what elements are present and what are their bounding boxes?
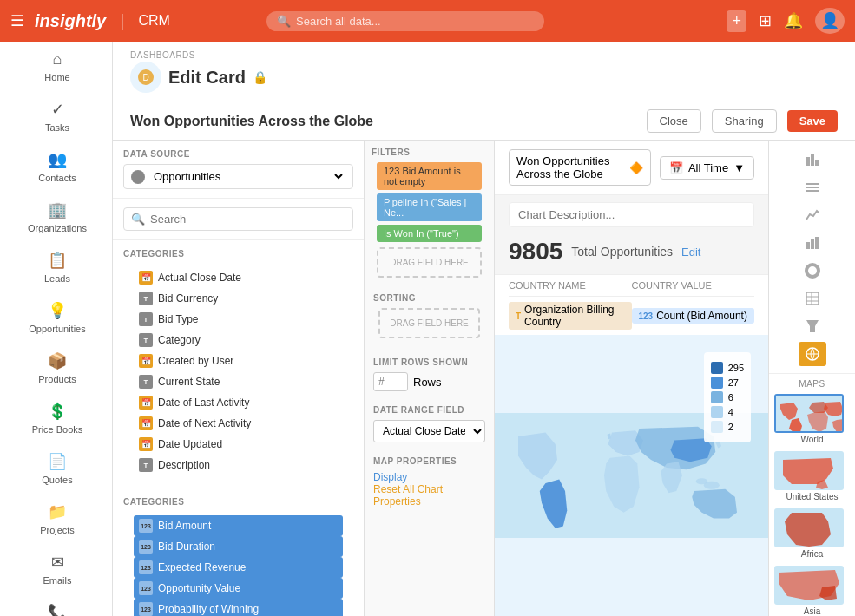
datasource-dropdown[interactable]: Opportunities [123, 164, 353, 189]
display-link[interactable]: Display [373, 471, 485, 483]
chart-type-donut[interactable] [799, 259, 826, 283]
sidebar-item-leads[interactable]: 📋 Leads [0, 242, 112, 292]
legend-item: 6 [711, 391, 744, 403]
map-thumb-us[interactable]: United States [774, 451, 850, 501]
map-thumb-asia[interactable]: Asia [774, 566, 850, 616]
cat-label: Expected Revenue [158, 561, 246, 573]
datasource-icon [131, 170, 145, 184]
bell-icon[interactable]: 🔔 [784, 11, 803, 30]
sidebar-item-phone[interactable]: 📞 Phone [0, 594, 112, 616]
projects-icon: 📁 [48, 502, 67, 521]
sidebar-item-label: Emails [43, 575, 71, 586]
emails-icon: ✉ [51, 553, 64, 572]
limit-section: LIMIT ROWS SHOWN Rows [365, 351, 494, 398]
chart-type-bar[interactable] [799, 147, 826, 172]
legend-value: 2 [728, 422, 733, 432]
list-item[interactable]: T Category [134, 330, 343, 351]
grid-icon[interactable]: ⊞ [759, 11, 772, 30]
app-logo: insightly [35, 11, 106, 31]
list-item[interactable]: 123 Probability of Winning [134, 599, 343, 616]
list-item[interactable]: 📅 Created by User [134, 351, 343, 371]
user-icon[interactable]: 👤 [815, 8, 845, 34]
sharing-button[interactable]: Sharing [712, 109, 777, 133]
date-range-label: DATE RANGE FIELD [373, 405, 485, 415]
search-input[interactable] [296, 15, 534, 28]
date-range-select[interactable]: Actual Close Date [373, 420, 485, 442]
edit-link[interactable]: Edit [681, 246, 700, 259]
menu-icon[interactable]: ☰ [10, 11, 24, 30]
chart-type-line[interactable] [799, 203, 826, 227]
datasource-select[interactable]: Opportunities [150, 169, 345, 184]
sidebar-item-projects[interactable]: 📁 Projects [0, 494, 112, 544]
num-icon: 123 [139, 519, 153, 533]
legend-color [711, 421, 723, 433]
phone-icon: 📞 [48, 603, 67, 616]
layout: ⌂ Home ✓ Tasks 👥 Contacts 🏢 Organization… [0, 42, 855, 616]
sidebar-item-contacts[interactable]: 👥 Contacts [0, 141, 112, 192]
list-item[interactable]: 123 Bid Amount [134, 515, 343, 536]
filter-chip-pipeline[interactable]: Pipeline In ("Sales | Ne... [377, 193, 482, 221]
category-search-box[interactable]: 🔍 [123, 207, 353, 231]
chart-type-column[interactable] [799, 231, 826, 255]
drag-field-sorting[interactable]: DRAG FIELD HERE [378, 308, 480, 338]
chart-type-table[interactable] [799, 286, 826, 311]
close-button[interactable]: Close [647, 109, 701, 133]
products-icon: 📦 [48, 351, 67, 370]
categories-bottom-list: 123 Bid Amount 123 Bid Duration 123 Expe… [123, 512, 353, 616]
sidebar-item-home[interactable]: ⌂ Home [0, 42, 112, 91]
list-item[interactable]: 123 Bid Duration [134, 536, 343, 557]
map-thumb-africa[interactable]: Africa [774, 508, 850, 559]
reset-link[interactable]: Reset All Chart Properties [373, 483, 485, 508]
legend-item: 27 [711, 377, 744, 389]
topnav: ☰ insightly | CRM 🔍 + ⊞ 🔔 👤 [0, 0, 855, 42]
list-item[interactable]: 123 Expected Revenue [134, 557, 343, 578]
limit-input[interactable] [373, 372, 408, 391]
time-range-select[interactable]: 📅 All Time ▼ [660, 156, 754, 180]
list-item[interactable]: 📅 Actual Close Date [134, 267, 343, 288]
add-icon[interactable]: + [727, 10, 746, 32]
map-thumb-world[interactable]: World [774, 394, 850, 444]
chart-type-funnel[interactable] [799, 314, 826, 338]
list-item[interactable]: 📅 Date of Last Activity [134, 392, 343, 413]
sidebar-item-organizations[interactable]: 🏢 Organizations [0, 192, 112, 242]
country-chip[interactable]: T Organization Billing Country [509, 302, 632, 330]
sorting-section: SORTING DRAG FIELD HERE [365, 286, 494, 351]
sidebar-item-tasks[interactable]: ✓ Tasks [0, 91, 112, 141]
list-item[interactable]: T Description [134, 455, 343, 475]
value-chip[interactable]: 123 Count (Bid Amount) [632, 308, 754, 324]
sidebar-item-emails[interactable]: ✉ Emails [0, 544, 112, 594]
categories-bottom-label: CATEGORIES [123, 497, 353, 507]
sidebar-item-price-books[interactable]: 💲 Price Books [0, 393, 112, 443]
list-item[interactable]: T Bid Currency [134, 288, 343, 309]
filter-chip-is-won[interactable]: Is Won In ("True") [377, 225, 482, 242]
list-item[interactable]: T Current State [134, 371, 343, 392]
categories-top-list: 📅 Actual Close Date T Bid Currency T Bid… [123, 264, 353, 479]
svg-rect-7 [815, 160, 819, 166]
num-icon: 123 [139, 602, 153, 616]
chart-title-select[interactable]: Won Opportunities Across the Globe 🔶 [509, 149, 651, 186]
legend-item: 295 [711, 362, 744, 374]
cat-label: Created by User [158, 355, 233, 367]
chart-type-map[interactable] [799, 342, 826, 366]
map-thumb-label-africa: Africa [774, 549, 850, 559]
chart-description-input[interactable] [509, 202, 754, 227]
legend-value: 4 [728, 407, 733, 417]
list-item[interactable]: 123 Opportunity Value [134, 578, 343, 599]
sidebar-item-quotes[interactable]: 📄 Quotes [0, 443, 112, 494]
main-content: DASHBOARDS D Edit Card 🔒 Won Opportuniti… [113, 42, 855, 616]
sidebar-item-opportunities[interactable]: 💡 Opportunities [0, 292, 112, 343]
list-item[interactable]: T Bid Type [134, 309, 343, 330]
filter-chip-bid-amount[interactable]: 123 Bid Amount is not empty [377, 162, 482, 190]
save-button[interactable]: Save [787, 110, 838, 132]
legend-color [711, 377, 723, 389]
category-search-input[interactable] [150, 213, 345, 226]
sidebar-item-products[interactable]: 📦 Products [0, 343, 112, 393]
list-item[interactable]: 📅 Date Updated [134, 434, 343, 455]
card-toolbar: Won Opportunities Across the Globe Close… [113, 102, 855, 141]
search-bar[interactable]: 🔍 [266, 11, 544, 31]
text-icon: T [139, 312, 153, 326]
drag-field-filters[interactable]: DRAG FIELD HERE [377, 247, 482, 278]
chart-type-list[interactable] [799, 175, 826, 200]
list-item[interactable]: 📅 Date of Next Activity [134, 413, 343, 434]
svg-rect-6 [811, 154, 814, 166]
